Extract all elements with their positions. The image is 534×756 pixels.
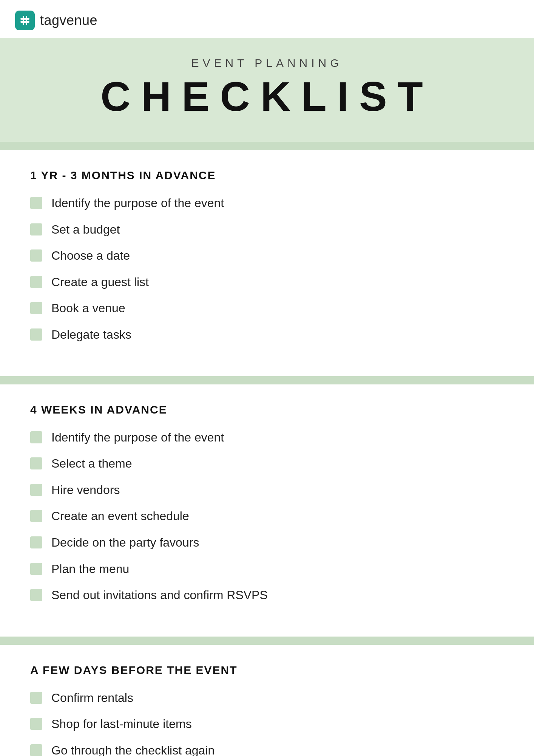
checklist-item-label: Plan the menu xyxy=(51,561,129,577)
section-2: A FEW DAYS BEFORE THE EVENTConfirm renta… xyxy=(0,645,534,756)
section-band-1 xyxy=(0,376,534,384)
svg-rect-3 xyxy=(20,21,29,23)
checkbox[interactable] xyxy=(30,223,42,235)
checkbox[interactable] xyxy=(30,589,42,601)
list-item[interactable]: Create an event schedule xyxy=(30,508,504,524)
list-item[interactable]: Identify the purpose of the event xyxy=(30,195,504,211)
checklist-item-label: Identify the purpose of the event xyxy=(51,430,224,446)
checklist-item-label: Shop for last-minute items xyxy=(51,716,192,732)
list-item[interactable]: Identify the purpose of the event xyxy=(30,430,504,446)
svg-rect-1 xyxy=(26,16,27,25)
checkbox[interactable] xyxy=(30,563,42,575)
checklist-0: Identify the purpose of the eventSet a b… xyxy=(30,195,504,343)
checklist-item-label: Select a theme xyxy=(51,456,132,472)
list-item[interactable]: Delegate tasks xyxy=(30,327,504,343)
list-item[interactable]: Go through the checklist again xyxy=(30,743,504,756)
list-item[interactable]: Decide on the party favours xyxy=(30,535,504,551)
svg-rect-2 xyxy=(20,18,29,20)
section-band-2 xyxy=(0,637,534,645)
list-item[interactable]: Hire vendors xyxy=(30,482,504,498)
sections-container: 1 YR - 3 MONTHS IN ADVANCEIdentify the p… xyxy=(0,142,534,756)
section-band-0 xyxy=(0,142,534,150)
checklist-item-label: Identify the purpose of the event xyxy=(51,195,224,211)
checkbox[interactable] xyxy=(30,276,42,288)
checklist-1: Identify the purpose of the eventSelect … xyxy=(30,430,504,603)
checklist-item-label: Decide on the party favours xyxy=(51,535,199,551)
list-item[interactable]: Create a guest list xyxy=(30,274,504,290)
checklist-item-label: Delegate tasks xyxy=(51,327,131,343)
checkbox[interactable] xyxy=(30,536,42,548)
list-item[interactable]: Shop for last-minute items xyxy=(30,716,504,732)
hero-section: EVENT PLANNING CHECKLIST xyxy=(0,38,534,142)
section-0: 1 YR - 3 MONTHS IN ADVANCEIdentify the p… xyxy=(0,150,534,376)
checkbox[interactable] xyxy=(30,457,42,469)
list-item[interactable]: Plan the menu xyxy=(30,561,504,577)
section-title-1: 4 WEEKS IN ADVANCE xyxy=(30,403,504,416)
checkbox[interactable] xyxy=(30,302,42,314)
svg-rect-0 xyxy=(23,16,24,25)
checkbox[interactable] xyxy=(30,249,42,262)
checklist-item-label: Go through the checklist again xyxy=(51,743,215,756)
checklist-2: Confirm rentalsShop for last-minute item… xyxy=(30,690,504,756)
checklist-item-label: Set a budget xyxy=(51,222,120,238)
checklist-item-label: Hire vendors xyxy=(51,482,120,498)
checklist-item-label: Create an event schedule xyxy=(51,508,189,524)
header: tagvenue xyxy=(0,0,534,38)
logo-text: tagvenue xyxy=(40,12,97,28)
list-item[interactable]: Send out invitations and confirm RSVPS xyxy=(30,587,504,603)
checklist-item-label: Choose a date xyxy=(51,248,130,264)
list-item[interactable]: Confirm rentals xyxy=(30,690,504,706)
list-item[interactable]: Set a budget xyxy=(30,222,504,238)
checkbox[interactable] xyxy=(30,197,42,209)
checkbox[interactable] xyxy=(30,484,42,496)
checklist-item-label: Send out invitations and confirm RSVPS xyxy=(51,587,268,603)
checkbox[interactable] xyxy=(30,510,42,522)
hero-title: CHECKLIST xyxy=(15,73,519,119)
section-title-0: 1 YR - 3 MONTHS IN ADVANCE xyxy=(30,169,504,182)
section-1: 4 WEEKS IN ADVANCEIdentify the purpose o… xyxy=(0,384,534,637)
checkbox[interactable] xyxy=(30,692,42,704)
checklist-item-label: Create a guest list xyxy=(51,274,149,290)
list-item[interactable]: Choose a date xyxy=(30,248,504,264)
logo-icon xyxy=(15,11,35,30)
section-title-2: A FEW DAYS BEFORE THE EVENT xyxy=(30,664,504,677)
checklist-item-label: Book a venue xyxy=(51,301,125,316)
checkbox[interactable] xyxy=(30,718,42,730)
list-item[interactable]: Select a theme xyxy=(30,456,504,472)
checkbox[interactable] xyxy=(30,328,42,341)
checkbox[interactable] xyxy=(30,431,42,443)
list-item[interactable]: Book a venue xyxy=(30,301,504,316)
hero-subtitle: EVENT PLANNING xyxy=(15,57,519,70)
checkbox[interactable] xyxy=(30,744,42,756)
checklist-item-label: Confirm rentals xyxy=(51,690,133,706)
